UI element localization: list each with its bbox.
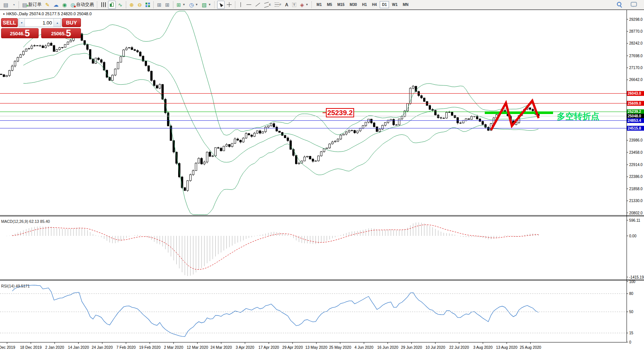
tab-m30[interactable]: M30	[347, 1, 359, 8]
sell-price-pip: 5	[24, 29, 30, 38]
candlestick-chart-button[interactable]	[108, 1, 116, 9]
tab-m15[interactable]: M15	[335, 1, 347, 8]
cursor-tool-button[interactable]	[217, 1, 225, 9]
new-order-label: 新订单	[28, 1, 42, 8]
text-label-tool-button[interactable]: T	[291, 1, 298, 9]
autotrading-icon: ◎	[71, 2, 75, 7]
template-icon: ▧	[202, 2, 207, 7]
svg-text:25048.0: 25048.0	[628, 114, 641, 118]
one-click-trading-panel: SELL ▼ 1.00 ▲ BUY 25046.5 25065.5	[1, 18, 81, 38]
chat-button[interactable]	[629, 1, 638, 9]
tab-m1[interactable]: M1	[314, 1, 324, 8]
mt4-window: ▤ ◔ ▤+ 新订单 ✎ ☁ ◉ ◎ 自动交易 ∿ ⊕ ⊖ ⊞ ⊞ ⊞▼ ◷▼ …	[0, 0, 644, 351]
svg-text:3 Aug 2020: 3 Aug 2020	[473, 345, 493, 350]
objects-list-button[interactable]: ⊞	[164, 1, 171, 9]
candlesticks-icon	[109, 2, 114, 7]
text-tool-button[interactable]: A	[284, 1, 290, 9]
volume-increase-button[interactable]: ▲	[53, 19, 61, 27]
chevron-down-icon: ▼	[208, 3, 211, 6]
crosshair-tool-button[interactable]	[225, 1, 233, 9]
svg-text:13 May 2020: 13 May 2020	[305, 345, 328, 350]
svg-text:10 Jul 2020: 10 Jul 2020	[425, 345, 445, 350]
svg-text:22914.0: 22914.0	[629, 163, 643, 167]
macd-indicator-label: MACD(12,26,9) 62.13 85.40	[1, 219, 50, 224]
buy-button[interactable]: BUY	[62, 18, 81, 27]
svg-text:29298.0: 29298.0	[629, 17, 643, 22]
autotrading-button[interactable]: ◎ 自动交易	[69, 1, 95, 9]
svg-text:29 Apr 2020: 29 Apr 2020	[282, 345, 303, 350]
toolbar-grip	[214, 1, 216, 8]
period-icon: ◷	[189, 2, 193, 7]
search-button[interactable]	[615, 1, 624, 9]
indicator-list-icon: ⊞	[157, 2, 161, 7]
zoom-in-button[interactable]: ⊕	[128, 1, 135, 9]
svg-text:16 Jun 2020: 16 Jun 2020	[377, 345, 398, 350]
svg-text:25609.0: 25609.0	[628, 101, 641, 105]
chart-canvas[interactable]: 26043.025609.025239.225048.024853.424515…	[0, 0, 644, 351]
svg-text:50: 50	[629, 310, 634, 314]
bar-chart-button[interactable]	[100, 1, 107, 9]
chevron-down-icon: ▼	[305, 3, 308, 6]
sell-price-box[interactable]: 25046.5	[1, 28, 39, 38]
toolbar-grip	[311, 1, 313, 8]
terminal-button[interactable]: ▤	[2, 1, 10, 9]
svg-text:25 Aug 2020: 25 Aug 2020	[520, 345, 541, 350]
tab-h4[interactable]: H4	[370, 1, 379, 8]
tab-w1[interactable]: W1	[390, 1, 400, 8]
arrows-tool-button[interactable]: ◈▼	[298, 1, 310, 9]
channel-tool-button[interactable]: E	[263, 1, 272, 9]
price-callout-text: 25239.2	[327, 109, 353, 117]
metaeditor-button[interactable]: ✎	[44, 1, 51, 9]
collapse-arrow-icon[interactable]: ▲	[3, 12, 5, 15]
indicator-list-button[interactable]: ⊞	[156, 1, 163, 9]
fibonacci-tool-button[interactable]: F	[273, 1, 283, 9]
svg-text:29 Jun 2020: 29 Jun 2020	[401, 345, 422, 350]
volume-decrease-button[interactable]: ▼	[19, 19, 25, 27]
svg-text:23458.0: 23458.0	[629, 150, 643, 155]
toolbar-separator	[173, 1, 173, 9]
horizontal-line-tool-button[interactable]	[245, 1, 253, 9]
buy-price-box[interactable]: 25065.5	[41, 28, 81, 38]
svg-text:25239.2: 25239.2	[628, 110, 641, 114]
tile-windows-button[interactable]	[144, 1, 151, 9]
signals-button[interactable]: ◉	[61, 1, 68, 9]
svg-text:12 Mar 2020: 12 Mar 2020	[187, 345, 208, 350]
arrows-icon: ◈	[300, 2, 304, 7]
tester-button[interactable]: ◔	[10, 1, 16, 9]
sell-button[interactable]: SELL	[1, 18, 18, 27]
toolbar-separator	[235, 1, 235, 9]
add-indicator-button[interactable]: ⊞▼	[175, 1, 187, 9]
community-button[interactable]: ☁	[52, 1, 60, 9]
svg-text:19 Feb 2020: 19 Feb 2020	[139, 345, 161, 350]
new-order-button[interactable]: ▤+ 新订单	[21, 1, 43, 9]
tab-h1[interactable]: H1	[360, 1, 369, 8]
zoom-out-icon: ⊖	[138, 2, 142, 7]
fibonacci-icon	[275, 3, 279, 7]
tab-mn[interactable]: MN	[401, 1, 411, 8]
svg-text:15: 15	[629, 331, 634, 335]
period-button[interactable]: ◷▼	[187, 1, 199, 9]
horizontal-line-icon	[246, 4, 251, 5]
autotrading-label: 自动交易	[76, 1, 94, 8]
tab-d1[interactable]: D1	[380, 1, 389, 8]
vertical-line-tool-button[interactable]	[237, 1, 244, 9]
volume-input[interactable]: 1.00	[25, 19, 53, 27]
zoom-out-button[interactable]: ⊖	[136, 1, 144, 9]
svg-text:13 Aug 2020: 13 Aug 2020	[496, 345, 517, 350]
trendline-tool-button[interactable]	[254, 1, 262, 9]
macd-panel: 596.110.00-1415.19	[7, 218, 644, 279]
template-button[interactable]: ▧▼	[200, 1, 213, 9]
svg-text:-1415.19: -1415.19	[629, 275, 644, 279]
sell-price: 25046.	[10, 30, 25, 38]
channel-letter: E	[269, 3, 271, 6]
svg-text:26642.0: 26642.0	[629, 78, 643, 82]
rsi-indicator-label: RSI(14) 49.5171	[1, 284, 30, 288]
chat-icon	[631, 2, 637, 7]
svg-text:26043.0: 26043.0	[628, 91, 641, 95]
tab-m5[interactable]: M5	[325, 1, 334, 8]
objects-list-icon: ⊞	[165, 2, 170, 7]
svg-text:80: 80	[629, 292, 634, 296]
buy-price: 25065.	[51, 30, 66, 38]
line-chart-button[interactable]: ∿	[117, 1, 124, 9]
svg-text:22386.0: 22386.0	[629, 175, 643, 179]
